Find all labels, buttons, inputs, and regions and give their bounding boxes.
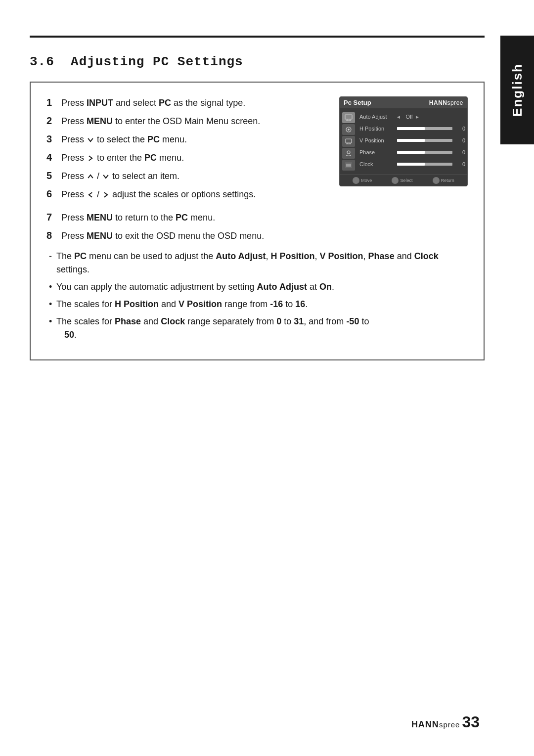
osd-row-h-position: H Position 0 bbox=[359, 123, 465, 134]
osd-return-btn bbox=[433, 177, 440, 184]
step-number-1: 1 bbox=[46, 97, 61, 108]
osd-row-v-position: V Position 0 bbox=[359, 135, 465, 146]
step-content-5: Press / to select an item. bbox=[61, 170, 329, 183]
osd-label-clock: Clock bbox=[359, 161, 394, 167]
osd-select-btn bbox=[392, 177, 399, 184]
osd-label-auto-adjust: Auto Adjust bbox=[359, 114, 394, 120]
steps-list: 1 Press INPUT and select PC as the signa… bbox=[46, 96, 329, 201]
svg-point-5 bbox=[348, 129, 350, 131]
step-content-2: Press MENU to enter the OSD Main Menu sc… bbox=[61, 115, 329, 128]
osd-label-phase: Phase bbox=[359, 149, 394, 155]
osd-body: Auto Adjust ◄ Off ► H Position 0 bbox=[340, 108, 467, 175]
step-number-3: 3 bbox=[46, 133, 61, 145]
step-number-2: 2 bbox=[46, 115, 61, 127]
osd-menu: Auto Adjust ◄ Off ► H Position 0 bbox=[357, 110, 467, 173]
osd-row-phase: Phase 0 bbox=[359, 147, 465, 158]
section-heading: 3.6 Adjusting PC Settings bbox=[30, 54, 243, 69]
note-4: • The scales for Phase and Clock range s… bbox=[46, 315, 468, 342]
step-content-7: Press MENU to return to the PC menu. bbox=[61, 211, 468, 224]
osd-bar-h-position bbox=[397, 127, 452, 130]
osd-bar-clock bbox=[397, 163, 452, 166]
step-content-1: Press INPUT and select PC as the signal … bbox=[61, 96, 329, 110]
osd-brand: HANNspree bbox=[429, 99, 463, 106]
note-2: • You can apply the automatic adjustment… bbox=[46, 280, 468, 294]
osd-move-label: Move bbox=[361, 178, 372, 183]
svg-rect-6 bbox=[346, 139, 352, 143]
note-1: - The PC menu can be used to adjust the … bbox=[46, 250, 468, 276]
notes-section: - The PC menu can be used to adjust the … bbox=[46, 250, 468, 342]
osd-title: Pc Setup bbox=[344, 99, 371, 106]
osd-value-clock: 0 bbox=[455, 161, 465, 167]
step-content-3: Press to select the PC menu. bbox=[61, 133, 329, 146]
footer-brand: HANNspree bbox=[411, 719, 460, 730]
note-text-3: The scales for H Position and V Position… bbox=[56, 298, 468, 311]
step-8: 8 Press MENU to exit the OSD menu the OS… bbox=[46, 229, 468, 243]
step-content-8: Press MENU to exit the OSD menu the OSD … bbox=[61, 229, 468, 243]
step-3: 3 Press to select the PC menu. bbox=[46, 133, 329, 146]
osd-icon-4 bbox=[342, 148, 355, 159]
osd-icon-1 bbox=[342, 112, 355, 123]
osd-screen: Pc Setup HANNspree bbox=[339, 96, 468, 186]
note-text-4: The scales for Phase and Clock range sep… bbox=[56, 315, 468, 328]
osd-icon-5 bbox=[342, 160, 355, 171]
top-rule bbox=[30, 36, 485, 38]
footer-brand-lower: spree bbox=[439, 720, 460, 729]
osd-footer-move: Move bbox=[353, 177, 372, 184]
note-text-2: You can apply the automatic adjustment b… bbox=[56, 280, 468, 294]
step-number-4: 4 bbox=[46, 152, 61, 163]
osd-value-auto-adjust: Off bbox=[403, 114, 413, 120]
step-5: 5 Press / to select an item. bbox=[46, 170, 329, 183]
osd-bar-v-position bbox=[397, 139, 452, 142]
osd-footer: Move Select Return bbox=[340, 175, 467, 186]
osd-arrow-left-1: ◄ bbox=[396, 114, 401, 120]
osd-icon-2 bbox=[342, 124, 355, 135]
step-1: 1 Press INPUT and select PC as the signa… bbox=[46, 96, 329, 110]
osd-bar-phase bbox=[397, 151, 452, 154]
note-bullet-4: • bbox=[46, 315, 56, 328]
note-bullet-3: • bbox=[46, 298, 56, 311]
osd-icons bbox=[340, 110, 357, 173]
steps-list-2: 7 Press MENU to return to the PC menu. 8… bbox=[46, 211, 468, 243]
osd-row-clock: Clock 0 bbox=[359, 159, 465, 170]
osd-arrow-right-1: ► bbox=[415, 114, 420, 120]
note-continuation: 50. bbox=[46, 328, 468, 342]
osd-icon-3 bbox=[342, 136, 355, 147]
osd-move-btn bbox=[353, 177, 359, 184]
footer-page-number: 33 bbox=[462, 713, 480, 731]
note-dash-1: - bbox=[46, 250, 56, 263]
osd-select-label: Select bbox=[400, 178, 412, 183]
svg-rect-0 bbox=[345, 115, 352, 119]
language-label: English bbox=[510, 63, 525, 117]
osd-row-auto-adjust: Auto Adjust ◄ Off ► bbox=[359, 111, 465, 122]
note-text-1: The PC menu can be used to adjust the Au… bbox=[56, 250, 468, 276]
content-box: 1 Press INPUT and select PC as the signa… bbox=[30, 82, 485, 360]
step-content-4: Press to enter the PC menu. bbox=[61, 151, 329, 165]
note-bullet-2: • bbox=[46, 280, 56, 294]
osd-return-label: Return bbox=[441, 178, 454, 183]
step-6: 6 Press / adjust the scales or options s… bbox=[46, 188, 329, 201]
steps-column: 1 Press INPUT and select PC as the signa… bbox=[46, 96, 329, 206]
note-3: • The scales for H Position and V Positi… bbox=[46, 298, 468, 311]
svg-point-10 bbox=[347, 151, 350, 154]
osd-value-v-position: 0 bbox=[455, 137, 465, 143]
step-4: 4 Press to enter the PC menu. bbox=[46, 151, 329, 165]
page-footer: HANNspree 33 bbox=[411, 713, 480, 731]
osd-label-v-position: V Position bbox=[359, 137, 394, 143]
step-number-8: 8 bbox=[46, 230, 61, 241]
osd-header: Pc Setup HANNspree bbox=[340, 97, 467, 108]
step-2: 2 Press MENU to enter the OSD Main Menu … bbox=[46, 115, 329, 128]
top-section: 1 Press INPUT and select PC as the signa… bbox=[46, 96, 468, 206]
osd-footer-select: Select bbox=[392, 177, 412, 184]
step-7: 7 Press MENU to return to the PC menu. bbox=[46, 211, 468, 224]
english-tab: English bbox=[500, 36, 534, 144]
osd-footer-return: Return bbox=[433, 177, 454, 184]
step-number-7: 7 bbox=[46, 212, 61, 223]
osd-value-phase: 0 bbox=[455, 149, 465, 155]
osd-label-h-position: H Position bbox=[359, 126, 394, 132]
step-number-5: 5 bbox=[46, 170, 61, 181]
step-number-6: 6 bbox=[46, 188, 61, 200]
osd-column: Pc Setup HANNspree bbox=[339, 96, 468, 206]
osd-value-h-position: 0 bbox=[455, 126, 465, 132]
step-content-6: Press / adjust the scales or options set… bbox=[61, 188, 329, 201]
